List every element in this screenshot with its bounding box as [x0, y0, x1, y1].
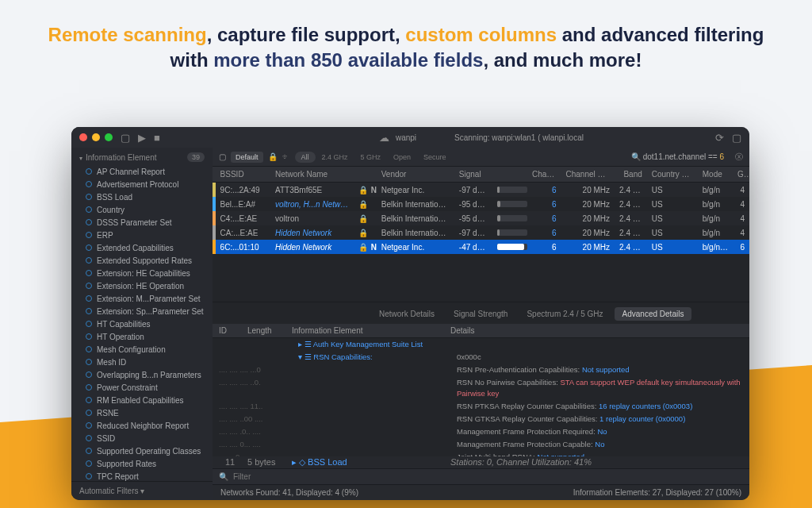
- sidebar-item[interactable]: Extension: Sp...Parameter Set: [71, 305, 213, 318]
- sidebar-item[interactable]: HT Operation: [71, 330, 213, 343]
- sidebar-list[interactable]: AP Channel ReportAdvertisement ProtocolB…: [71, 165, 213, 481]
- table-header: BSSID Network Name Vendor Signal Channel…: [213, 167, 749, 183]
- lock-icon: 🔒: [354, 243, 366, 252]
- sidebar-item-label: Extension: M...Parameter Set: [97, 294, 201, 303]
- traffic-lights[interactable]: [79, 133, 113, 141]
- detail-tab[interactable]: Signal Strength: [446, 307, 515, 321]
- col-channel-width[interactable]: Channel Width: [561, 170, 615, 179]
- table-row[interactable]: C4:...E:AEvoltron🔒Belkin International I…: [213, 211, 749, 225]
- table-row[interactable]: CA:...E:AEHidden Network🔒Belkin Internat…: [213, 225, 749, 240]
- search-field[interactable]: 🔍 dot11.net.channel == 6: [631, 152, 724, 161]
- sidebar-item[interactable]: Extension: HE Capabilities: [71, 267, 213, 279]
- sidebar-item[interactable]: Supported Operating Classes: [71, 444, 213, 457]
- sidebar-item[interactable]: Reduced Neighbor Report: [71, 419, 213, 432]
- sidebar-item[interactable]: SSID: [71, 432, 213, 444]
- detail-tab[interactable]: Spectrum 2.4 / 5 GHz: [519, 307, 611, 321]
- clear-search-icon[interactable]: ⓧ: [735, 152, 743, 163]
- detail-row[interactable]: .... .... .... ...0RSN Pre-Authenticatio…: [213, 364, 749, 376]
- table-row[interactable]: 6C:...01:10Hidden Network🔒NNetgear Inc.-…: [213, 240, 749, 254]
- sidebar-toggle-icon[interactable]: ▢: [121, 132, 130, 144]
- detail-tabs: Network DetailsSignal StrengthSpectrum 2…: [213, 302, 749, 324]
- filter-pill[interactable]: All: [295, 152, 316, 163]
- detail-row[interactable]: .... ...0 .... ....Joint Multi-band RSNA…: [213, 451, 749, 456]
- sidebar-item[interactable]: AP Channel Report: [71, 165, 213, 178]
- bullet-icon: [86, 473, 92, 479]
- sidebar-item[interactable]: Advertisement Protocol: [71, 178, 213, 190]
- sidebar-item[interactable]: Supported Rates: [71, 457, 213, 470]
- filter-input[interactable]: Filter: [233, 472, 251, 481]
- minimize-icon[interactable]: [92, 133, 100, 141]
- filter-pill[interactable]: 2.4 GHz: [316, 152, 354, 163]
- sidebar-item[interactable]: DSSS Parameter Set: [71, 216, 213, 229]
- table-row[interactable]: 9C:...2A:49ATT3Bmf65E🔒NNetgear Inc.-97 d…: [213, 183, 749, 197]
- close-icon[interactable]: [79, 133, 87, 141]
- sidebar-item[interactable]: Power Constraint: [71, 381, 213, 394]
- col-vendor[interactable]: Vendor: [377, 170, 454, 179]
- filter-pill[interactable]: Open: [387, 152, 417, 163]
- sidebar-header[interactable]: ▾Information Element 39: [71, 148, 213, 165]
- stop-icon[interactable]: ■: [154, 132, 160, 144]
- sidebar-item[interactable]: BSS Load: [71, 190, 213, 203]
- sidebar-item[interactable]: Mesh Configuration: [71, 343, 213, 356]
- sidebar-item[interactable]: RM Enabled Capabilities: [71, 394, 213, 406]
- filter-pill[interactable]: 5 GHz: [354, 152, 388, 163]
- col-band[interactable]: Band: [615, 170, 647, 179]
- col-network-name[interactable]: Network Name: [270, 170, 354, 179]
- sidebar-item[interactable]: HT Capabilities: [71, 318, 213, 330]
- table-row[interactable]: Bel...E:A#voltron, H...n Network🔒Belkin …: [213, 197, 749, 211]
- col-bssid[interactable]: BSSID: [216, 170, 270, 179]
- detail-row[interactable]: .... .... .... ..0.RSN No Pairwise Capab…: [213, 376, 749, 400]
- menu-icon[interactable]: ▢: [732, 132, 741, 144]
- col-country-code[interactable]: Country Code: [647, 170, 698, 179]
- detail-row[interactable]: ▾ ☰ RSN Capabilities:0x000c: [213, 351, 749, 364]
- sidebar-item-label: Extended Supported Rates: [97, 256, 192, 265]
- status-right: Information Elements: 27, Displayed: 27 …: [573, 488, 741, 497]
- sidebar-item[interactable]: RSNE: [71, 406, 213, 419]
- toolbar: ▢ Default 🔒 ᯤ All2.4 GHz5 GHzOpenSecure …: [213, 148, 749, 167]
- detail-tab[interactable]: Advanced Details: [615, 307, 692, 321]
- detail-row[interactable]: .... .... .0.. ....Management Frame Prot…: [213, 425, 749, 438]
- maximize-icon[interactable]: [105, 133, 113, 141]
- detail-row[interactable]: .... .... 0... ....Management Frame Prot…: [213, 438, 749, 451]
- sidebar-item[interactable]: Extended Supported Rates: [71, 254, 213, 267]
- lock-icon: 🔒: [268, 152, 278, 161]
- detail-footer-row[interactable]: 11 5 bytes ▸ ◇ BSS Load Stations: 0, Cha…: [213, 456, 749, 468]
- sidebar-item[interactable]: Mesh ID: [71, 356, 213, 368]
- detail-row[interactable]: .... .... .... 11..RSN PTKSA Replay Coun…: [213, 400, 749, 413]
- marketing-headline: Remote scanning, capture file support, c…: [0, 0, 812, 83]
- sidebar-item[interactable]: Extension: M...Parameter Set: [71, 292, 213, 305]
- sidebar-item-label: RSNE: [97, 409, 119, 418]
- play-icon[interactable]: ▶: [138, 132, 146, 144]
- sidebar-item[interactable]: ERP: [71, 229, 213, 241]
- bullet-icon: [86, 448, 92, 454]
- lock-icon: 🔒: [354, 186, 366, 194]
- sidebar-item[interactable]: Extended Capabilities: [71, 241, 213, 254]
- bullet-icon: [86, 194, 92, 200]
- sidebar-item-label: Overlapping B...n Parameters: [97, 371, 201, 379]
- sidebar-item-label: Mesh Configuration: [97, 345, 166, 354]
- detail-row[interactable]: ▸ ☰ Auth Key Management Suite List: [213, 338, 749, 351]
- bullet-icon: [86, 384, 92, 391]
- detail-body[interactable]: ▸ ☰ Auth Key Management Suite List▾ ☰ RS…: [213, 338, 749, 456]
- sidebar-item[interactable]: Extension: HE Operation: [71, 279, 213, 292]
- col-signal[interactable]: Signal: [454, 170, 492, 179]
- detail-tab[interactable]: Network Details: [371, 307, 442, 321]
- chevron-down-icon: ▾: [79, 155, 82, 162]
- filter-bar: 🔍 Filter: [213, 468, 749, 484]
- filter-pill[interactable]: Secure: [417, 152, 453, 163]
- col-gen[interactable]: Ger: [733, 170, 749, 179]
- profile-select[interactable]: Default: [231, 152, 263, 163]
- bullet-icon: [86, 460, 92, 467]
- col-mode[interactable]: Mode: [698, 170, 733, 179]
- sidebar-item[interactable]: Country: [71, 203, 213, 216]
- sidebar-item[interactable]: TPC Report: [71, 470, 213, 481]
- table-body[interactable]: 9C:...2A:49ATT3Bmf65E🔒NNetgear Inc.-97 d…: [213, 183, 749, 254]
- sidebar-item[interactable]: Overlapping B...n Parameters: [71, 368, 213, 381]
- sidebar-footer[interactable]: Automatic Filters ▾: [71, 481, 213, 500]
- sidebar-item-label: DSSS Parameter Set: [97, 218, 171, 227]
- col-channel[interactable]: Channel: [527, 170, 561, 179]
- search-icon: 🔍: [219, 472, 228, 481]
- sidebar-count-badge: 39: [187, 152, 205, 162]
- detail-row[interactable]: .... .... ..00 ....RSN GTKSA Replay Coun…: [213, 413, 749, 425]
- bullet-icon: [86, 308, 92, 314]
